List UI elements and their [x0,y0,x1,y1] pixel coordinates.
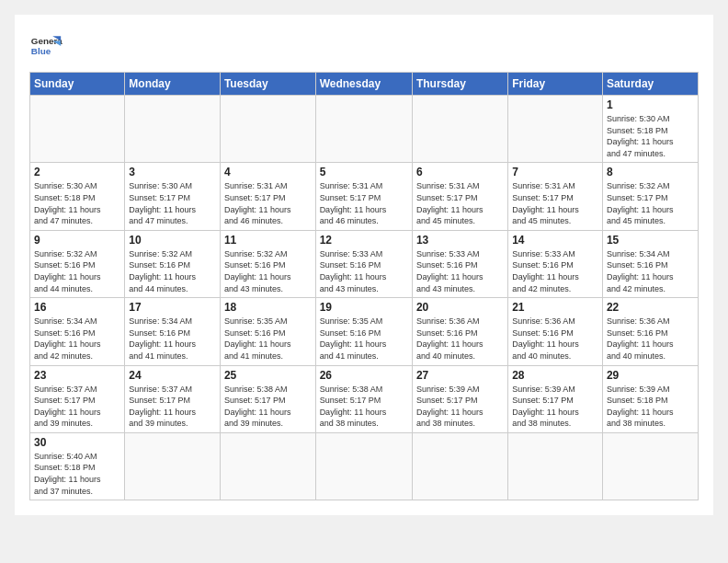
day-number: 13 [416,234,504,247]
day-info: Sunrise: 5:34 AM Sunset: 5:16 PM Dayligh… [129,316,216,362]
calendar-cell: 6Sunrise: 5:31 AM Sunset: 5:17 PM Daylig… [412,163,507,230]
day-number: 24 [129,369,216,382]
calendar-cell: 20Sunrise: 5:36 AM Sunset: 5:16 PM Dayli… [412,298,507,365]
day-number: 16 [34,301,120,314]
day-number: 25 [224,369,312,382]
day-number: 30 [34,436,120,449]
calendar-cell: 2Sunrise: 5:30 AM Sunset: 5:18 PM Daylig… [30,163,125,230]
calendar-cell: 24Sunrise: 5:37 AM Sunset: 5:17 PM Dayli… [125,365,221,432]
calendar-cell [125,432,221,500]
calendar-cell: 30Sunrise: 5:40 AM Sunset: 5:18 PM Dayli… [30,432,125,500]
day-info: Sunrise: 5:32 AM Sunset: 5:16 PM Dayligh… [224,248,312,294]
day-info: Sunrise: 5:32 AM Sunset: 5:17 PM Dayligh… [607,180,694,226]
calendar-cell: 21Sunrise: 5:36 AM Sunset: 5:16 PM Dayli… [508,298,603,365]
calendar-cell [315,96,412,163]
day-number: 15 [607,234,694,247]
calendar-cell [30,96,125,163]
calendar-cell [412,96,507,163]
day-info: Sunrise: 5:36 AM Sunset: 5:16 PM Dayligh… [512,316,598,362]
day-info: Sunrise: 5:31 AM Sunset: 5:17 PM Dayligh… [512,180,598,226]
day-number: 29 [607,369,694,382]
day-info: Sunrise: 5:30 AM Sunset: 5:18 PM Dayligh… [34,180,120,226]
calendar-cell [315,432,412,500]
page: General Blue SundayMondayTuesdayWednesda… [15,15,713,515]
calendar-cell [508,432,603,500]
day-info: Sunrise: 5:38 AM Sunset: 5:17 PM Dayligh… [224,384,312,430]
day-header-saturday: Saturday [602,73,698,96]
calendar-cell: 12Sunrise: 5:33 AM Sunset: 5:16 PM Dayli… [315,230,412,297]
calendar-week-row: 2Sunrise: 5:30 AM Sunset: 5:18 PM Daylig… [30,163,699,230]
day-number: 9 [34,234,120,247]
day-number: 20 [416,301,504,314]
day-header-friday: Friday [508,73,603,96]
day-info: Sunrise: 5:33 AM Sunset: 5:16 PM Dayligh… [512,248,598,294]
calendar-cell: 29Sunrise: 5:39 AM Sunset: 5:18 PM Dayli… [602,365,698,432]
calendar-cell: 17Sunrise: 5:34 AM Sunset: 5:16 PM Dayli… [125,298,221,365]
calendar-cell: 23Sunrise: 5:37 AM Sunset: 5:17 PM Dayli… [30,365,125,432]
calendar-cell: 13Sunrise: 5:33 AM Sunset: 5:16 PM Dayli… [412,230,507,297]
calendar-cell: 15Sunrise: 5:34 AM Sunset: 5:16 PM Dayli… [602,230,698,297]
day-info: Sunrise: 5:37 AM Sunset: 5:17 PM Dayligh… [129,384,216,430]
day-number: 21 [512,301,598,314]
day-number: 2 [34,166,120,178]
day-number: 5 [320,166,408,178]
calendar-header-row: SundayMondayTuesdayWednesdayThursdayFrid… [30,73,699,96]
calendar-cell [508,96,603,163]
day-number: 19 [320,301,408,314]
day-number: 26 [320,369,408,382]
day-number: 12 [320,234,408,247]
day-info: Sunrise: 5:36 AM Sunset: 5:16 PM Dayligh… [416,316,504,362]
day-info: Sunrise: 5:33 AM Sunset: 5:16 PM Dayligh… [320,248,408,294]
svg-text:Blue: Blue [31,46,51,56]
day-number: 11 [224,234,312,247]
day-info: Sunrise: 5:31 AM Sunset: 5:17 PM Dayligh… [224,180,312,226]
day-info: Sunrise: 5:33 AM Sunset: 5:16 PM Dayligh… [416,248,504,294]
calendar-cell: 9Sunrise: 5:32 AM Sunset: 5:16 PM Daylig… [30,230,125,297]
calendar-table: SundayMondayTuesdayWednesdayThursdayFrid… [29,72,699,500]
day-info: Sunrise: 5:32 AM Sunset: 5:16 PM Dayligh… [34,248,120,294]
calendar-cell: 4Sunrise: 5:31 AM Sunset: 5:17 PM Daylig… [220,163,315,230]
day-number: 27 [416,369,504,382]
day-info: Sunrise: 5:40 AM Sunset: 5:18 PM Dayligh… [34,451,120,497]
calendar-week-row: 9Sunrise: 5:32 AM Sunset: 5:16 PM Daylig… [30,230,699,297]
calendar-cell [220,432,315,500]
calendar-cell: 18Sunrise: 5:35 AM Sunset: 5:16 PM Dayli… [220,298,315,365]
calendar-cell [602,432,698,500]
day-info: Sunrise: 5:31 AM Sunset: 5:17 PM Dayligh… [320,180,408,226]
calendar-cell: 27Sunrise: 5:39 AM Sunset: 5:17 PM Dayli… [412,365,507,432]
day-number: 4 [224,166,312,178]
calendar-cell: 19Sunrise: 5:35 AM Sunset: 5:16 PM Dayli… [315,298,412,365]
day-info: Sunrise: 5:34 AM Sunset: 5:16 PM Dayligh… [607,248,694,294]
calendar-cell [412,432,507,500]
calendar-cell: 5Sunrise: 5:31 AM Sunset: 5:17 PM Daylig… [315,163,412,230]
calendar-cell: 8Sunrise: 5:32 AM Sunset: 5:17 PM Daylig… [602,163,698,230]
calendar-cell: 7Sunrise: 5:31 AM Sunset: 5:17 PM Daylig… [508,163,603,230]
logo: General Blue [29,29,63,63]
calendar-cell: 22Sunrise: 5:36 AM Sunset: 5:16 PM Dayli… [602,298,698,365]
day-number: 1 [607,98,694,111]
day-info: Sunrise: 5:34 AM Sunset: 5:16 PM Dayligh… [34,316,120,362]
day-info: Sunrise: 5:36 AM Sunset: 5:16 PM Dayligh… [607,316,694,362]
day-number: 14 [512,234,598,247]
day-info: Sunrise: 5:39 AM Sunset: 5:17 PM Dayligh… [512,384,598,430]
day-info: Sunrise: 5:31 AM Sunset: 5:17 PM Dayligh… [416,180,504,226]
calendar-week-row: 16Sunrise: 5:34 AM Sunset: 5:16 PM Dayli… [30,298,699,365]
calendar-cell: 28Sunrise: 5:39 AM Sunset: 5:17 PM Dayli… [508,365,603,432]
calendar-cell: 3Sunrise: 5:30 AM Sunset: 5:17 PM Daylig… [125,163,221,230]
day-number: 10 [129,234,216,247]
day-info: Sunrise: 5:39 AM Sunset: 5:18 PM Dayligh… [607,384,694,430]
day-number: 3 [129,166,216,178]
day-number: 8 [607,166,694,178]
calendar-cell: 11Sunrise: 5:32 AM Sunset: 5:16 PM Dayli… [220,230,315,297]
day-number: 18 [224,301,312,314]
calendar-cell: 25Sunrise: 5:38 AM Sunset: 5:17 PM Dayli… [220,365,315,432]
day-info: Sunrise: 5:38 AM Sunset: 5:17 PM Dayligh… [320,384,408,430]
calendar-week-row: 1Sunrise: 5:30 AM Sunset: 5:18 PM Daylig… [30,96,699,163]
calendar-cell [220,96,315,163]
day-header-wednesday: Wednesday [315,73,412,96]
day-info: Sunrise: 5:37 AM Sunset: 5:17 PM Dayligh… [34,384,120,430]
day-info: Sunrise: 5:32 AM Sunset: 5:16 PM Dayligh… [129,248,216,294]
calendar-cell: 26Sunrise: 5:38 AM Sunset: 5:17 PM Dayli… [315,365,412,432]
day-info: Sunrise: 5:30 AM Sunset: 5:18 PM Dayligh… [607,113,694,159]
day-header-thursday: Thursday [412,73,507,96]
